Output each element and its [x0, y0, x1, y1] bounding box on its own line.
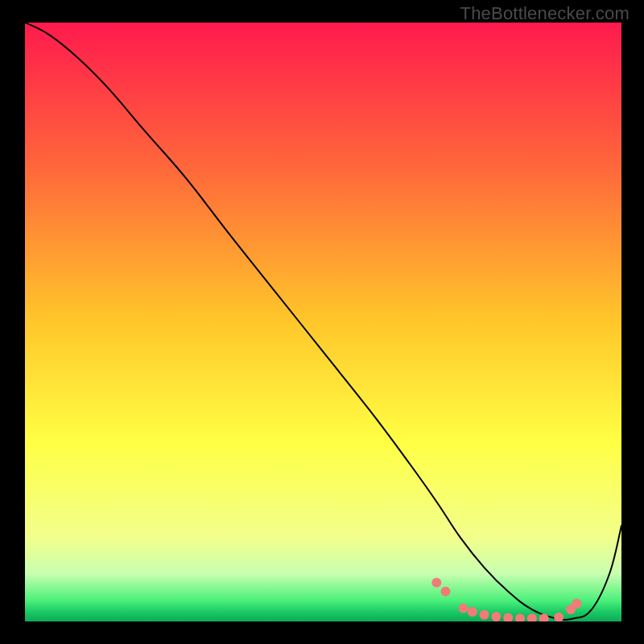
highlight-marker [459, 604, 469, 613]
chart-frame: TheBottlenecker.com [0, 0, 644, 644]
highlight-marker [440, 587, 450, 597]
highlight-marker [503, 613, 513, 623]
highlight-marker [491, 612, 501, 621]
highlight-marker [480, 610, 489, 620]
highlight-marker [572, 599, 581, 609]
watermark-text: TheBottlenecker.com [460, 3, 630, 24]
gradient-background [25, 23, 621, 621]
highlight-marker [431, 578, 441, 588]
highlight-marker [468, 607, 477, 617]
highlight-marker [554, 613, 564, 622]
bottleneck-chart [0, 0, 644, 644]
